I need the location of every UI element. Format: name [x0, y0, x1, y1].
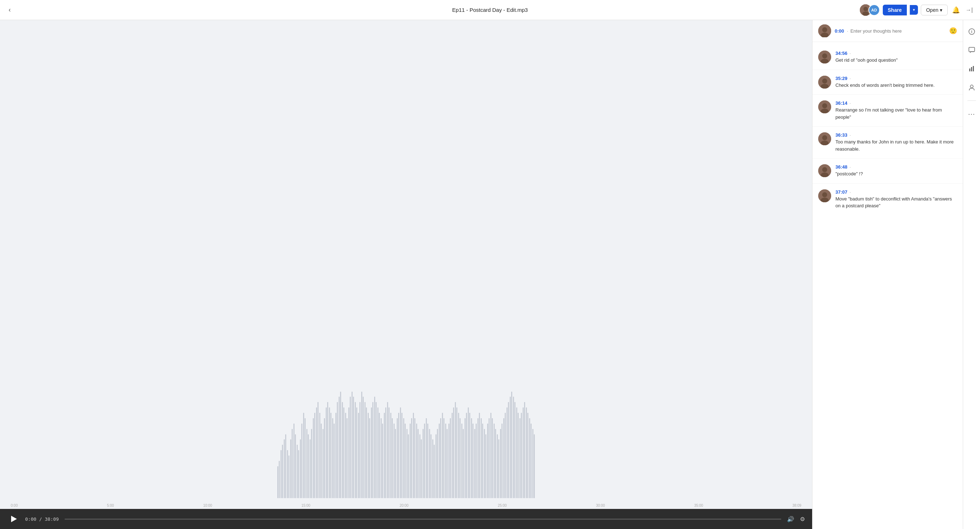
waveform-bar [461, 424, 462, 498]
waveform-bar [513, 397, 514, 498]
svg-point-16 [822, 135, 827, 140]
waveform-bar [510, 397, 511, 498]
timeline: 0:005:0010:0015:0020:0025:0030:0035:0038… [0, 502, 812, 509]
waveform-bar [527, 413, 528, 498]
comment-text-0: Get rid of "ooh good question" [835, 57, 957, 64]
comment-time-5[interactable]: 37:07 [835, 189, 847, 195]
open-button[interactable]: Open ▾ [921, 5, 948, 16]
play-button[interactable] [7, 513, 19, 525]
waveform-bar [353, 397, 354, 498]
comment-time-4[interactable]: 36:48 [835, 164, 847, 170]
settings-button[interactable]: ⚙ [800, 516, 805, 523]
share-button[interactable]: Share [883, 5, 907, 16]
waveform-bar [418, 429, 418, 498]
comment-avatar-3 [818, 132, 831, 145]
bell-button[interactable]: 🔔 [951, 5, 961, 16]
waveform-bar [339, 397, 340, 498]
emoji-button[interactable]: 🙂 [949, 27, 957, 35]
comment-item: 36:48 · "postcode" !? [813, 159, 963, 184]
timeline-label: 0:00 [11, 504, 18, 507]
person-icon[interactable] [966, 82, 977, 93]
waveform-bar [363, 397, 364, 498]
comment-time-3[interactable]: 36:33 [835, 132, 847, 138]
waveform-bar [526, 407, 527, 498]
waveform-bar [455, 402, 456, 498]
comment-separator-3: · [850, 132, 851, 138]
waveform-bar [474, 429, 475, 498]
waveform-bar [298, 450, 299, 498]
waveform-bar [493, 424, 495, 498]
waveform-bar [306, 429, 307, 498]
waveform-bar [440, 418, 441, 498]
waveform-bar [492, 418, 493, 498]
waveform-bar [343, 407, 344, 498]
waveform-bar [390, 413, 391, 498]
svg-point-7 [822, 54, 827, 59]
back-button[interactable]: ‹ [6, 5, 14, 15]
comment-body-4: 36:48 · "postcode" !? [835, 164, 957, 178]
comment-text-3: Too many thanks for John in run up to he… [835, 138, 957, 153]
comment-item: 35:29 · Check ends of words aren't being… [813, 70, 963, 95]
waveform-bar [419, 434, 420, 499]
waveform-bar [436, 434, 437, 499]
waveform-bar [482, 424, 483, 498]
waveform-bar [460, 418, 461, 498]
waveform-bar [388, 407, 390, 498]
waveform-bar [398, 413, 399, 498]
waveform-bar [421, 439, 422, 498]
waveform-bar [452, 413, 453, 498]
waveform-bar [476, 424, 477, 498]
comment-text-4: "postcode" !? [835, 170, 957, 178]
info-icon[interactable]: i [966, 26, 977, 37]
comment-text-input[interactable] [851, 29, 949, 34]
waveform-bar [480, 418, 482, 498]
comment-time-1[interactable]: 35:29 [835, 76, 847, 81]
svg-point-19 [822, 167, 827, 172]
waveform-bar [301, 424, 302, 498]
waveform-bar [434, 445, 435, 498]
collapse-button[interactable]: →| [964, 5, 974, 15]
waveform-area: 0:005:0010:0015:0020:0025:0030:0035:0038… [0, 20, 812, 529]
comment-text-1: Check ends of words aren't being trimmed… [835, 82, 957, 89]
waveform-bar [514, 402, 515, 498]
comment-time-0[interactable]: 34:56 [835, 51, 847, 56]
waveform-bar [439, 424, 440, 498]
waveform-bar [280, 450, 282, 498]
svg-rect-26 [969, 47, 975, 52]
waveform-bar [369, 418, 370, 498]
comment-icon[interactable] [966, 44, 977, 56]
waveform-bar [336, 413, 336, 498]
waveform-bar [413, 413, 414, 498]
waveform-bar [358, 413, 359, 498]
share-dropdown-button[interactable]: ▾ [910, 5, 918, 15]
comment-time-2[interactable]: 36:14 [835, 100, 847, 106]
progress-bar[interactable] [65, 519, 781, 519]
waveform-bar [385, 407, 387, 498]
waveform-bar [408, 434, 409, 499]
comment-item: 36:14 · Rearrange so I'm not talking ove… [813, 95, 963, 127]
input-timestamp[interactable]: 0:00 [835, 29, 844, 34]
svg-rect-27 [969, 68, 970, 71]
waveform-bar [395, 429, 396, 498]
waveform-bar [321, 424, 322, 498]
waveform-bar [356, 407, 357, 498]
waveform-bar [468, 407, 469, 498]
waveform-bar [501, 424, 503, 498]
waveform-bar [348, 407, 349, 498]
more-options-icon[interactable]: ··· [966, 108, 977, 119]
waveform-bar [401, 413, 402, 498]
waveform-bar [384, 413, 385, 498]
chart-icon[interactable] [966, 63, 977, 75]
waveform-bar [458, 413, 459, 498]
waveform-bar [330, 413, 331, 498]
volume-button[interactable]: 🔊 [787, 516, 794, 523]
waveform-bar [327, 402, 328, 498]
waveform-bar [287, 450, 288, 498]
comment-text-2: Rearrange so I'm not talking over "love … [835, 106, 957, 121]
waveform-bar [372, 402, 374, 498]
comment-avatar-2 [818, 100, 831, 113]
waveform-bar [360, 402, 361, 498]
waveform-bar [319, 413, 320, 498]
waveform-bar [282, 445, 283, 498]
waveform-bar [279, 461, 280, 498]
